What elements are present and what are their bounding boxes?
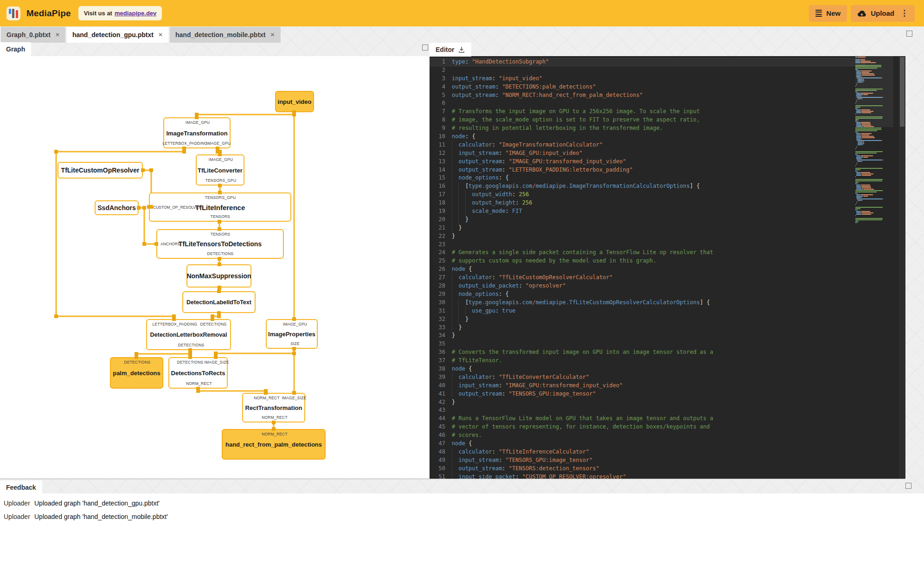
popout-icon[interactable] [905, 483, 911, 489]
code-line[interactable]: 34} [430, 332, 866, 340]
code-line[interactable]: 17output_width: 256 [430, 191, 866, 199]
visit-link[interactable]: mediapipe.dev [115, 10, 156, 17]
code-line[interactable]: 30[type.googleapis.com/mediapipe.TfLiteC… [430, 299, 866, 307]
file-tab-label: hand_detection_gpu.pbtxt [72, 31, 154, 38]
feedback-row: UploaderUploaded graph 'hand_detection_g… [0, 496, 924, 510]
code-line[interactable]: 9# resulting in potential letterboxing i… [430, 124, 866, 133]
code-line[interactable]: 35 [430, 340, 866, 348]
line-number: 24 [430, 249, 445, 257]
graph-node-NonMaxSuppression[interactable]: NonMaxSuppression [186, 264, 251, 288]
editor-scrollbar[interactable] [899, 56, 905, 479]
graph-node-RectTransformation[interactable]: RectTransformationNORM_RECTIMAGE_SIZENOR… [242, 393, 305, 422]
new-button[interactable]: New [809, 5, 847, 22]
graph-canvas[interactable]: input_videoImageTransformationIMAGE_GPUL… [0, 56, 430, 479]
code-line[interactable]: 33} [430, 324, 866, 332]
code-line[interactable]: 3input_stream: "input_video" [430, 75, 866, 83]
graph-node-DetectionLetterboxRemoval[interactable]: DetectionLetterboxRemovalLETTERBOX_PADDI… [146, 319, 231, 350]
graph-node-DetectionLabelIdToText[interactable]: DetectionLabelIdToText [182, 291, 256, 313]
graph-node-ImageProperties[interactable]: ImagePropertiesIMAGE_GPUSIZE [266, 319, 318, 349]
panel-bottom-divider [0, 479, 905, 479]
code-line[interactable]: 28output_side_packet: "opresolver" [430, 282, 866, 290]
tab-feedback[interactable]: Feedback [0, 480, 42, 494]
code-line[interactable]: 14output_stream: "LETTERBOX_PADDING:lett… [430, 166, 866, 174]
line-number: 30 [430, 299, 445, 307]
file-tab-hand_detection_mobile.pbtxt[interactable]: hand_detection_mobile.pbtxt✕ [170, 27, 281, 43]
close-icon[interactable]: ✕ [55, 32, 60, 38]
graph-node-DetectionsToRects[interactable]: DetectionsToRectsDETECTIONSIMAGE_SIZENOR… [168, 357, 228, 389]
code-line[interactable]: 10node: { [430, 133, 866, 141]
code-lines[interactable]: 1type: "HandDetectionSubgraph"23input_st… [430, 56, 866, 479]
code-line[interactable]: 29node_options: { [430, 290, 866, 299]
code-line[interactable]: 15node_options: { [430, 174, 866, 182]
code-line[interactable]: 26node { [430, 265, 866, 274]
editor-tab-label: Editor [436, 46, 454, 53]
code-line[interactable]: 48calculator: "TfLiteInferenceCalculator… [430, 448, 866, 456]
file-tab-hand_detection_gpu.pbtxt[interactable]: hand_detection_gpu.pbtxt✕ [67, 27, 168, 43]
code-line[interactable]: 37# TfLiteTensor. [430, 357, 866, 365]
code-line[interactable]: 1type: "HandDetectionSubgraph" [430, 58, 866, 66]
code-line[interactable]: 39calculator: "TfLiteConverterCalculator… [430, 373, 866, 382]
code-line[interactable]: 2 [430, 66, 866, 75]
code-line[interactable]: 8# image, the scale_mode option is set t… [430, 116, 866, 124]
code-line[interactable]: 36# Converts the transformed input image… [430, 348, 866, 357]
code-line[interactable]: 23 [430, 241, 866, 249]
code-editor[interactable]: 1type: "HandDetectionSubgraph"23input_st… [430, 56, 905, 479]
code-line[interactable]: 12input_stream: "IMAGE_GPU:input_video" [430, 149, 866, 158]
code-line[interactable]: 20} [430, 216, 866, 224]
minimap[interactable] [855, 57, 893, 224]
upload-button[interactable]: Upload ⋮ [851, 5, 915, 22]
graph-node-TfLiteInference[interactable]: TfLiteInferenceTENSORS_GPUTENSORSCUSTOM_… [149, 192, 291, 222]
code-line[interactable]: 7# Transforms the input image on GPU to … [430, 108, 866, 116]
code-line[interactable]: 44# Runs a TensorFlow Lite model on GPU … [430, 415, 866, 423]
app-header: MediaPipe Visit us at mediapipe.dev New … [0, 0, 924, 26]
code-line[interactable]: 38node { [430, 365, 866, 373]
code-line[interactable]: 5output_stream: "NORM_RECT:hand_rect_fro… [430, 91, 866, 100]
code-line[interactable]: 25# supports custom ops needed by the mo… [430, 257, 866, 265]
code-line[interactable]: 45# vector of tensors representing, for … [430, 423, 866, 431]
code-line[interactable]: 41output_stream: "TENSORS_GPU:image_tens… [430, 390, 866, 398]
graph-node-TfLiteConverter[interactable]: TfLiteConverterIMAGE_GPUTENSORS_GPU [196, 154, 244, 186]
code-line[interactable]: 47node { [430, 440, 866, 448]
graph-node-palm_detections[interactable]: palm_detectionsDETECTIONS [110, 357, 163, 389]
code-line[interactable]: 50output_stream: "TENSORS:detection_tens… [430, 465, 866, 473]
code-line[interactable]: 22} [430, 232, 866, 241]
code-line[interactable]: 24# Generates a single side packet conta… [430, 249, 866, 257]
line-number: 34 [430, 332, 445, 340]
tab-graph[interactable]: Graph [0, 42, 31, 56]
code-line[interactable]: 32} [430, 315, 866, 324]
graph-node-SsdAnchors[interactable]: SsdAnchors [95, 200, 139, 215]
node-label: TfLiteInference [195, 203, 245, 211]
close-icon[interactable]: ✕ [158, 32, 163, 38]
scrollbar-thumb[interactable] [900, 57, 905, 127]
code-line[interactable]: 46# scores. [430, 431, 866, 440]
graph-node-input_video[interactable]: input_video [275, 91, 314, 112]
code-line[interactable]: 51input_side_packet: "CUSTOM_OP_RESOLVER… [430, 473, 866, 479]
code-line[interactable]: 4output_stream: "DETECTIONS:palm_detecti… [430, 83, 866, 91]
kebab-icon[interactable]: ⋮ [900, 9, 908, 17]
graph-node-ImageTransformation[interactable]: ImageTransformationIMAGE_GPULETTERBOX_PA… [163, 117, 231, 148]
code-line[interactable]: 11calculator: "ImageTransformationCalcul… [430, 141, 866, 149]
port-label: TENSORS [211, 214, 231, 219]
code-line[interactable]: 13output_stream: "IMAGE_GPU:transformed_… [430, 158, 866, 166]
code-line[interactable]: 16[type.googleapis.com/mediapipe.ImageTr… [430, 182, 866, 191]
graph-node-hand_rect_from_palm_detections[interactable]: hand_rect_from_palm_detectionsNORM_RECT [222, 429, 326, 460]
code-line[interactable]: 31use_gpu: true [430, 307, 866, 315]
tab-editor[interactable]: Editor [430, 43, 471, 57]
file-tab-Graph_0.pbtxt[interactable]: Graph_0.pbtxt✕ [1, 27, 65, 43]
code-line[interactable]: 49input_stream: "TENSORS_GPU:image_tenso… [430, 456, 866, 465]
code-line[interactable]: 27calculator: "TfLiteCustomOpResolverCal… [430, 274, 866, 282]
popout-icon[interactable] [906, 31, 912, 37]
popout-icon[interactable] [422, 45, 428, 51]
port-label: IMAGE_GPU [283, 322, 307, 326]
code-line[interactable]: 18output_height: 256 [430, 199, 866, 207]
graph-node-TfLiteTensorsToDetections[interactable]: TfLiteTensorsToDetectionsTENSORSDETECTIO… [156, 229, 284, 259]
code-line[interactable]: 21} [430, 224, 866, 232]
code-line[interactable]: 40input_stream: "IMAGE_GPU:transformed_i… [430, 382, 866, 390]
download-icon[interactable] [458, 46, 465, 53]
code-line[interactable]: 19scale_mode: FIT [430, 207, 866, 216]
graph-node-TfLiteCustomOpResolver[interactable]: TfLiteCustomOpResolver [58, 162, 143, 179]
code-line[interactable]: 6 [430, 99, 866, 108]
code-line[interactable]: 42} [430, 398, 866, 407]
close-icon[interactable]: ✕ [270, 32, 275, 38]
code-line[interactable]: 43 [430, 406, 866, 415]
